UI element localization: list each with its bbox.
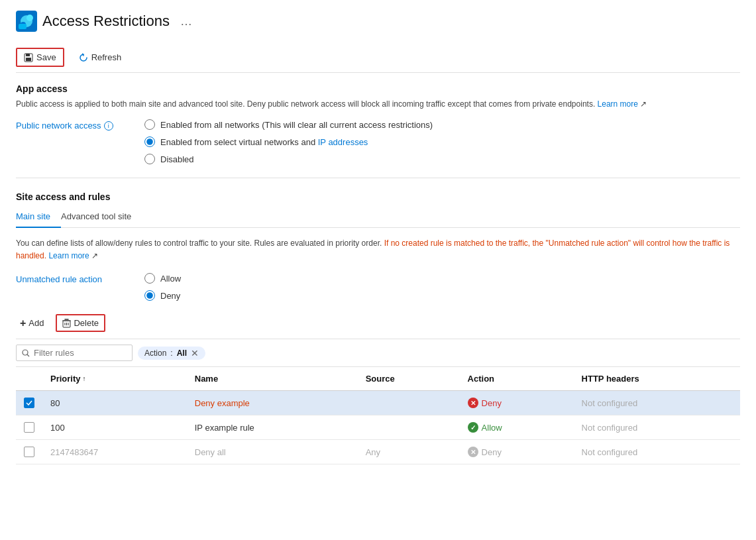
tab-main-site[interactable]: Main site: [16, 206, 61, 228]
row2-allow-icon: ✓: [468, 422, 478, 433]
unmatched-allow-radio[interactable]: [144, 273, 155, 284]
row2-http-headers: Not configured: [574, 415, 740, 440]
row3-checkbox-cell[interactable]: [16, 440, 42, 464]
unmatched-rule-label: Unmatched rule action: [16, 273, 129, 284]
network-radio-disabled[interactable]: [144, 154, 155, 164]
network-option-all[interactable]: Enabled from all networks (This will cle…: [144, 119, 433, 130]
network-option-select-label: Enabled from select virtual networks and…: [160, 137, 368, 147]
svg-rect-7: [26, 58, 31, 61]
public-network-field-group: Public network access i Enabled from all…: [16, 119, 740, 164]
unmatched-allow-label: Allow: [160, 274, 181, 284]
filter-tag-close-icon[interactable]: ✕: [191, 349, 199, 358]
page-title: Access Restrictions: [42, 13, 170, 30]
col-checkbox: [16, 367, 42, 391]
tab-advanced-tool-site[interactable]: Advanced tool site: [61, 206, 142, 228]
row1-name-link[interactable]: Deny example: [195, 398, 250, 408]
row3-checkbox[interactable]: [24, 447, 34, 457]
row2-action: ✓ Allow: [460, 415, 574, 440]
page-container: Access Restrictions … Save Refresh App a…: [0, 0, 756, 475]
priority-sort-icon[interactable]: ↑: [83, 375, 86, 382]
row2-name: IP example rule: [187, 415, 358, 440]
unmatched-deny-option[interactable]: Deny: [144, 290, 181, 301]
row1-action: ✕ Deny: [460, 391, 574, 415]
add-button[interactable]: + Add: [16, 315, 48, 332]
network-option-disabled[interactable]: Disabled: [144, 154, 433, 164]
row1-checkbox[interactable]: [24, 398, 34, 408]
row1-name: Deny example: [187, 391, 358, 415]
row3-deny-icon: ✕: [468, 447, 478, 457]
row1-http-headers: Not configured: [574, 391, 740, 415]
table-row[interactable]: 100 IP example rule ✓ Allow Not configur…: [16, 415, 740, 440]
filter-tag-value: All: [177, 349, 187, 358]
network-radio-select[interactable]: [144, 136, 155, 147]
row1-source: [358, 391, 460, 415]
unmatched-deny-label: Deny: [160, 291, 180, 301]
network-option-select[interactable]: Enabled from select virtual networks and…: [144, 136, 433, 147]
page-header: Access Restrictions …: [16, 11, 740, 32]
row1-deny-icon: ✕: [468, 398, 478, 408]
add-label: Add: [28, 318, 44, 328]
svg-point-14: [23, 350, 28, 355]
app-service-icon: [16, 11, 37, 32]
rules-table-header: Priority ↑ Name Source Action HTTP heade…: [16, 367, 740, 391]
row3-action: ✕ Deny: [460, 440, 574, 464]
public-network-info-icon[interactable]: i: [104, 121, 113, 131]
app-access-description: Public access is applied to both main si…: [16, 98, 740, 110]
rules-table-body: 80 Deny example ✕ Deny Not configured: [16, 391, 740, 464]
row3-action-label: Deny: [482, 447, 502, 457]
table-row[interactable]: 2147483647 Deny all Any ✕ Deny Not confi…: [16, 440, 740, 464]
search-icon: [22, 349, 30, 357]
filter-input-wrap[interactable]: [16, 345, 133, 361]
row3-http-headers: Not configured: [574, 440, 740, 464]
site-access-section: Site access and rules Main site Advanced…: [16, 191, 740, 301]
network-radio-all[interactable]: [144, 119, 155, 130]
public-network-label: Public network access i: [16, 119, 129, 131]
add-icon: +: [20, 317, 26, 329]
col-priority: Priority ↑: [42, 367, 187, 391]
row2-checkbox-cell[interactable]: [16, 415, 42, 440]
filter-tag-label: Action: [144, 349, 166, 358]
filter-rules-input[interactable]: [34, 348, 127, 358]
row2-checkbox[interactable]: [24, 422, 34, 433]
col-action: Action: [460, 367, 574, 391]
col-source: Source: [358, 367, 460, 391]
public-network-radio-group: Enabled from all networks (This will cle…: [144, 119, 433, 164]
save-label: Save: [36, 52, 56, 62]
save-icon: [24, 53, 33, 62]
site-learn-more[interactable]: Learn more: [48, 251, 89, 260]
unmatched-deny-radio[interactable]: [144, 290, 155, 301]
list-divider: [16, 339, 740, 339]
site-access-title: Site access and rules: [16, 191, 740, 202]
filter-bar: Action : All ✕: [16, 345, 740, 367]
app-access-section: App access Public access is applied to b…: [16, 83, 740, 164]
save-button[interactable]: Save: [16, 48, 64, 67]
unmatched-allow-option[interactable]: Allow: [144, 273, 181, 284]
filter-tag: Action : All ✕: [138, 347, 205, 360]
row3-action-badge: ✕ Deny: [468, 447, 566, 457]
page-menu-dots[interactable]: …: [180, 15, 192, 28]
refresh-icon: [79, 53, 88, 62]
delete-button[interactable]: Delete: [56, 314, 105, 332]
row3-source: Any: [358, 440, 460, 464]
refresh-button[interactable]: Refresh: [72, 49, 129, 66]
row1-checkbox-cell[interactable]: [16, 391, 42, 415]
delete-icon: [62, 319, 71, 328]
network-option-all-label: Enabled from all networks (This will cle…: [160, 120, 433, 130]
svg-point-2: [27, 15, 33, 21]
row2-action-badge: ✓ Allow: [468, 422, 566, 433]
ip-addresses-link[interactable]: IP addresses: [318, 137, 368, 147]
unmatched-rule-group: Unmatched rule action Allow Deny: [16, 273, 740, 301]
app-access-learn-more[interactable]: Learn more: [598, 99, 638, 109]
app-access-title: App access: [16, 83, 740, 94]
row1-action-badge: ✕ Deny: [468, 398, 566, 408]
row2-action-label: Allow: [482, 423, 502, 433]
rules-table-header-row: Priority ↑ Name Source Action HTTP heade…: [16, 367, 740, 391]
row2-priority: 100: [42, 415, 187, 440]
delete-label: Delete: [74, 318, 99, 328]
checkmark-icon: [26, 400, 32, 405]
col-name: Name: [187, 367, 358, 391]
toolbar: Save Refresh: [16, 42, 740, 73]
svg-rect-6: [26, 54, 30, 56]
table-row[interactable]: 80 Deny example ✕ Deny Not configured: [16, 391, 740, 415]
list-actions: + Add Delete: [16, 314, 740, 332]
